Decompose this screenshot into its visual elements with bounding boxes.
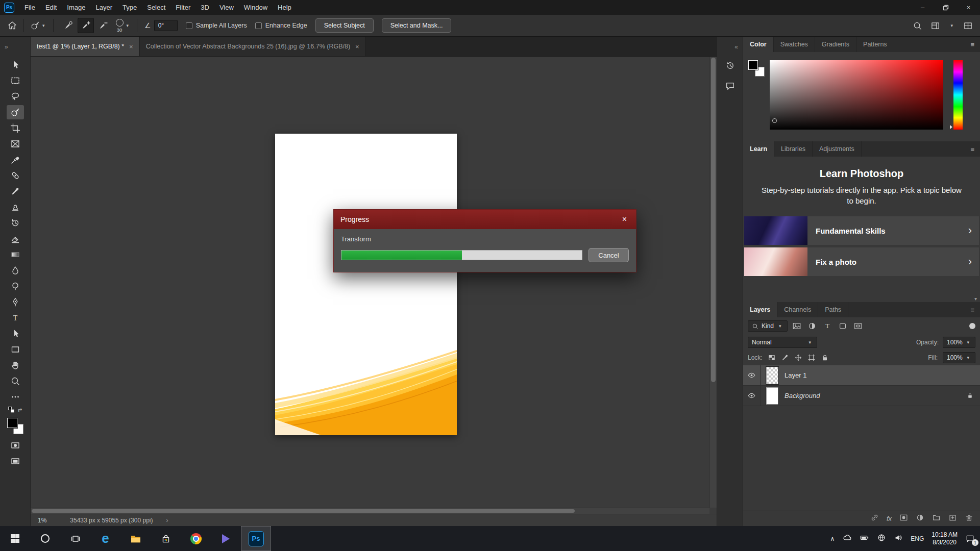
new-layer-icon[interactable] bbox=[948, 513, 957, 524]
photoshop-taskbar-button[interactable]: Ps bbox=[241, 526, 271, 551]
close-button[interactable]: × bbox=[957, 0, 980, 15]
home-icon[interactable] bbox=[7, 20, 17, 31]
arrange-documents-icon[interactable] bbox=[963, 21, 973, 31]
filter-adjustment-layers-icon[interactable] bbox=[806, 321, 818, 332]
dodge-tool[interactable] bbox=[0, 278, 30, 294]
lock-artboard-icon[interactable] bbox=[807, 354, 816, 362]
hue-slider[interactable] bbox=[953, 60, 963, 130]
onedrive-icon[interactable] bbox=[842, 533, 852, 544]
lock-all-icon[interactable] bbox=[821, 354, 829, 362]
comments-panel-icon[interactable] bbox=[721, 77, 739, 94]
layer-row-background[interactable]: Background bbox=[743, 386, 980, 406]
layer-visibility-eye-icon[interactable] bbox=[743, 386, 761, 406]
quick-selection-tool[interactable] bbox=[0, 104, 30, 120]
new-adjustment-layer-icon[interactable] bbox=[916, 513, 924, 524]
hand-tool[interactable] bbox=[0, 357, 30, 373]
blur-tool[interactable] bbox=[0, 262, 30, 278]
move-tool[interactable] bbox=[0, 57, 30, 72]
menu-3d[interactable]: 3D bbox=[195, 0, 214, 15]
learn-item-fundamental-skills[interactable]: Fundamental Skills › bbox=[744, 216, 979, 245]
edge-taskbar-button[interactable]: e bbox=[90, 526, 120, 551]
search-icon[interactable] bbox=[913, 21, 922, 31]
vertical-scrollbar-thumb[interactable] bbox=[711, 58, 716, 382]
crop-tool[interactable] bbox=[0, 120, 30, 136]
lock-transparent-pixels-icon[interactable] bbox=[768, 354, 776, 362]
quick-mask-button[interactable] bbox=[0, 437, 30, 453]
select-subject-button[interactable]: Select Subject bbox=[315, 18, 374, 33]
filter-smart-objects-icon[interactable] bbox=[852, 321, 864, 332]
tab-patterns[interactable]: Patterns bbox=[856, 37, 894, 52]
document-canvas[interactable] bbox=[275, 134, 457, 435]
movies-tv-taskbar-button[interactable] bbox=[211, 526, 241, 551]
checkbox-box[interactable] bbox=[186, 22, 192, 29]
swap-colors-icon[interactable]: ⇄ bbox=[18, 407, 22, 413]
saturation-brightness-field[interactable] bbox=[770, 60, 943, 130]
dialog-close-icon[interactable]: × bbox=[620, 215, 629, 224]
zoom-tool[interactable] bbox=[0, 373, 30, 389]
subtract-from-selection-mode-button[interactable] bbox=[95, 18, 111, 33]
fill-field[interactable]: 100% ▾ bbox=[943, 352, 975, 363]
checkbox-box[interactable] bbox=[255, 22, 262, 29]
expand-panels-icon[interactable]: « bbox=[734, 43, 738, 51]
action-center-button[interactable]: 1 bbox=[965, 534, 975, 543]
edit-toolbar-button[interactable] bbox=[0, 389, 30, 405]
clone-stamp-tool[interactable] bbox=[0, 199, 30, 215]
foreground-color-swatch[interactable] bbox=[7, 418, 17, 428]
tab-libraries[interactable]: Libraries bbox=[774, 141, 813, 157]
collapse-toolbar-icon[interactable]: » bbox=[5, 43, 8, 51]
add-to-selection-mode-button[interactable] bbox=[78, 18, 94, 33]
volume-icon[interactable] bbox=[894, 533, 903, 544]
brush-tool[interactable] bbox=[0, 183, 30, 199]
tab-adjustments[interactable]: Adjustments bbox=[813, 141, 862, 157]
brush-size-picker[interactable]: 30 bbox=[116, 19, 124, 33]
file-explorer-taskbar-button[interactable] bbox=[120, 526, 151, 551]
tab-gradients[interactable]: Gradients bbox=[815, 37, 856, 52]
select-and-mask-button[interactable]: Select and Mask... bbox=[382, 18, 452, 33]
brush-angle-field[interactable]: 0° bbox=[154, 20, 178, 31]
panel-menu-icon[interactable]: ≡ bbox=[965, 302, 980, 317]
horizontal-scrollbar[interactable] bbox=[31, 508, 709, 514]
battery-icon[interactable] bbox=[860, 533, 869, 544]
menu-edit[interactable]: Edit bbox=[40, 0, 62, 15]
menu-filter[interactable]: Filter bbox=[170, 0, 195, 15]
status-options-chevron-icon[interactable]: › bbox=[166, 517, 168, 524]
color-picker-cursor[interactable] bbox=[772, 118, 777, 123]
hue-slider-marker[interactable] bbox=[950, 125, 952, 129]
canvas[interactable] bbox=[31, 57, 717, 514]
menu-view[interactable]: View bbox=[214, 0, 239, 15]
filter-kind-dropdown[interactable]: Kind ▾ bbox=[748, 320, 788, 332]
zoom-level-field[interactable]: 1% bbox=[38, 517, 46, 524]
layer-name[interactable]: Background bbox=[785, 392, 820, 399]
minimize-button[interactable]: – bbox=[911, 0, 934, 15]
tool-preset-dropdown-icon[interactable]: ▾ bbox=[42, 23, 45, 28]
pen-tool[interactable] bbox=[0, 294, 30, 310]
progress-dialog-titlebar[interactable]: Progress × bbox=[334, 210, 636, 229]
foreground-background-swatches[interactable] bbox=[6, 417, 24, 435]
history-panel-icon[interactable] bbox=[721, 57, 739, 74]
add-layer-mask-icon[interactable] bbox=[899, 513, 908, 524]
new-selection-mode-button[interactable] bbox=[60, 18, 77, 33]
tab-layers[interactable]: Layers bbox=[743, 302, 777, 317]
scroll-down-icon[interactable]: ▾ bbox=[974, 296, 977, 302]
tab-learn[interactable]: Learn bbox=[743, 141, 774, 157]
eyedropper-tool[interactable] bbox=[0, 152, 30, 167]
hidden-icons-chevron[interactable]: ∧ bbox=[830, 535, 835, 542]
horizontal-scrollbar-thumb[interactable] bbox=[32, 509, 575, 513]
restore-button[interactable] bbox=[934, 0, 957, 15]
menu-file[interactable]: File bbox=[19, 0, 40, 15]
filter-type-layers-icon[interactable] bbox=[822, 321, 834, 332]
path-selection-tool[interactable] bbox=[0, 325, 30, 341]
eraser-tool[interactable] bbox=[0, 231, 30, 246]
layer-visibility-eye-icon[interactable] bbox=[743, 365, 761, 385]
menu-window[interactable]: Window bbox=[239, 0, 273, 15]
layer-thumbnail[interactable] bbox=[766, 367, 778, 384]
blend-mode-dropdown[interactable]: Normal ▾ bbox=[748, 337, 817, 348]
delete-layer-trash-icon[interactable] bbox=[965, 513, 973, 524]
vertical-scrollbar[interactable] bbox=[709, 57, 717, 508]
enhance-edge-checkbox[interactable]: Enhance Edge bbox=[255, 22, 307, 29]
filter-shape-layers-icon[interactable] bbox=[837, 321, 849, 332]
tool-preset-icon[interactable] bbox=[30, 20, 40, 31]
tab-channels[interactable]: Channels bbox=[777, 302, 818, 317]
document-tab-inactive[interactable]: Collection of Vector Abstract Background… bbox=[140, 37, 366, 56]
chrome-taskbar-button[interactable] bbox=[181, 526, 211, 551]
